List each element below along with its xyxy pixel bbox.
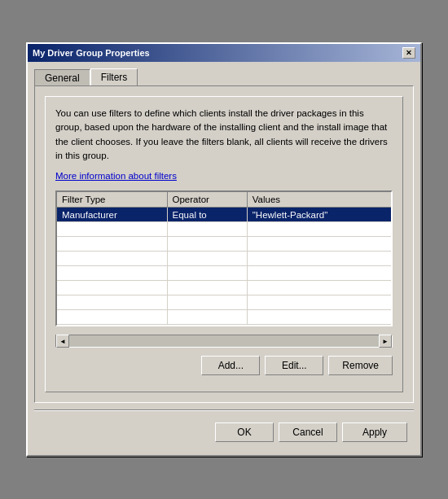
- cell-operator: Equal to: [167, 208, 247, 222]
- description-text: You can use filters to define which clie…: [55, 107, 393, 163]
- window-title: My Driver Group Properties: [33, 48, 150, 58]
- table-row[interactable]: [57, 295, 391, 310]
- filter-table: Filter Type Operator Values Manufacturer…: [57, 192, 391, 325]
- footer-buttons: OK Cancel Apply: [34, 418, 414, 449]
- table-row[interactable]: [57, 266, 391, 281]
- col-operator: Operator: [167, 192, 247, 208]
- tab-content-inner: You can use filters to define which clie…: [45, 96, 403, 392]
- table-row[interactable]: Manufacturer Equal to "Hewlett-Packard": [57, 208, 391, 222]
- dialog-window: My Driver Group Properties ✕ General Fil…: [26, 42, 422, 457]
- title-bar-controls: ✕: [402, 47, 415, 59]
- action-buttons: Add... Edit... Remove: [55, 356, 393, 375]
- filter-table-container: Filter Type Operator Values Manufacturer…: [55, 190, 393, 326]
- tab-bar: General Filters: [34, 68, 414, 85]
- table-row[interactable]: [57, 281, 391, 295]
- title-bar: My Driver Group Properties ✕: [28, 44, 420, 62]
- table-row[interactable]: [57, 310, 391, 325]
- edit-button[interactable]: Edit...: [265, 356, 323, 375]
- cancel-button[interactable]: Cancel: [279, 422, 337, 442]
- tab-content: You can use filters to define which clie…: [34, 85, 414, 403]
- more-info-link[interactable]: More information about filters: [55, 171, 393, 181]
- table-row[interactable]: [57, 252, 391, 266]
- apply-button[interactable]: Apply: [342, 422, 407, 442]
- horizontal-scrollbar[interactable]: ◄ ►: [55, 335, 393, 348]
- scroll-track[interactable]: [69, 335, 379, 347]
- divider: [34, 409, 414, 411]
- tab-general[interactable]: General: [34, 69, 90, 86]
- cell-filter-type: Manufacturer: [57, 208, 167, 222]
- tab-filters[interactable]: Filters: [90, 68, 138, 85]
- cell-values: "Hewlett-Packard": [247, 208, 391, 222]
- table-row[interactable]: [57, 237, 391, 252]
- add-button[interactable]: Add...: [201, 356, 260, 375]
- col-values: Values: [247, 192, 391, 208]
- ok-button[interactable]: OK: [215, 422, 274, 442]
- close-button[interactable]: ✕: [402, 47, 415, 59]
- table-row[interactable]: [57, 222, 391, 237]
- scroll-left-button[interactable]: ◄: [56, 335, 69, 348]
- window-body: General Filters You can use filters to d…: [28, 62, 420, 455]
- table-header-row: Filter Type Operator Values: [57, 192, 391, 208]
- scroll-right-button[interactable]: ►: [379, 335, 392, 348]
- remove-button[interactable]: Remove: [328, 356, 393, 375]
- col-filter-type: Filter Type: [57, 192, 167, 208]
